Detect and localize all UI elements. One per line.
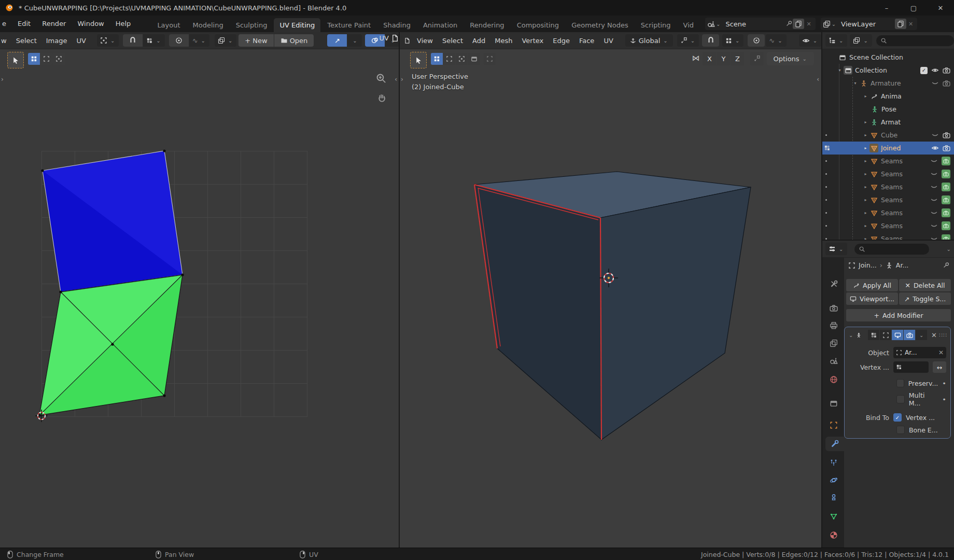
show-on-cage-toggle[interactable]: [868, 330, 879, 340]
uv-canvas[interactable]: [0, 32, 399, 548]
select-mode-face[interactable]: [456, 53, 468, 65]
snap-settings-dropdown[interactable]: ⌄: [722, 34, 743, 47]
collapse-icon[interactable]: ⌄: [848, 332, 854, 338]
unlink-scene-icon[interactable]: ✕: [804, 21, 813, 27]
expand-icon[interactable]: ▸: [862, 94, 869, 99]
tab-particles[interactable]: [824, 455, 843, 470]
editor-type-icon[interactable]: [404, 37, 410, 45]
eye-closed-icon[interactable]: [930, 196, 938, 204]
tweak-tool-button[interactable]: [7, 52, 24, 68]
outliner[interactable]: ⌄ ⌄ Scene Collection ▾ Collection: [822, 32, 954, 240]
eye-icon[interactable]: [931, 144, 939, 152]
camera-icon[interactable]: [943, 131, 950, 139]
breadcrumb-data[interactable]: Ar...: [896, 261, 908, 269]
eye-closed-icon[interactable]: [931, 79, 939, 87]
tab-geometry-nodes[interactable]: Geometry Nodes: [566, 18, 634, 32]
expand-icon[interactable]: ▸: [862, 133, 869, 137]
expand-icon[interactable]: ▸: [862, 146, 869, 150]
minimize-button[interactable]: –: [873, 0, 900, 16]
expand-icon[interactable]: ▸: [862, 120, 869, 124]
filter-dropdown-icon[interactable]: ⌄: [946, 246, 954, 252]
viewlayer-selector[interactable]: ⌄ ViewLayer ✕: [821, 18, 918, 30]
apply-all-button[interactable]: Apply All: [846, 279, 898, 291]
eye-icon[interactable]: [931, 66, 939, 74]
outliner-row-collection[interactable]: ▾ Collection ✓: [822, 64, 954, 77]
vp-menu-view[interactable]: View: [412, 37, 438, 45]
collapse-icon[interactable]: ▾: [851, 81, 859, 86]
tab-scripting[interactable]: Scripting: [635, 18, 677, 32]
modifier-object-field[interactable]: Ar... ✕: [893, 347, 946, 358]
tab-object[interactable]: [824, 418, 843, 432]
browse-image-dropdown[interactable]: ⌄: [215, 34, 236, 47]
mirror-x-button[interactable]: X: [703, 52, 716, 65]
menu-file-partial[interactable]: e: [0, 16, 12, 32]
collection-checkbox[interactable]: ✓: [920, 67, 928, 74]
proportional-editing-toggle[interactable]: [748, 34, 765, 47]
mirror-y-button[interactable]: Y: [717, 52, 730, 65]
uv-editor[interactable]: w Select Image UV ⌄ ⌄ ∿ ⌄: [0, 32, 399, 548]
pin-icon[interactable]: [943, 262, 950, 269]
menu-help[interactable]: Help: [110, 16, 137, 32]
outliner-row-seams[interactable]: ▸ Seams: [822, 193, 954, 206]
eye-closed-icon[interactable]: [930, 235, 938, 240]
uv-select-mode-vertex[interactable]: [28, 53, 40, 65]
uv-menu-uv[interactable]: UV: [72, 37, 90, 45]
vp-menu-uv[interactable]: UV: [599, 37, 618, 45]
expand-icon[interactable]: ▸: [862, 198, 869, 202]
camera-icon[interactable]: [943, 144, 950, 152]
animate-dot-icon[interactable]: •: [942, 380, 946, 387]
gizmos-dropdown[interactable]: ⌄: [347, 34, 362, 47]
expand-icon[interactable]: ▸: [862, 211, 869, 215]
tab-scene[interactable]: [824, 354, 843, 368]
outliner-row-seams[interactable]: ▸ Seams: [822, 180, 954, 193]
render-exclude-badge[interactable]: [942, 157, 950, 165]
uv-select-mode-face[interactable]: [53, 53, 65, 65]
tab-output[interactable]: [824, 318, 843, 333]
snap-target-dropdown[interactable]: ⌄: [677, 34, 699, 47]
bind-bone-envelopes-checkbox[interactable]: [896, 426, 905, 434]
tweak-tool-button[interactable]: [410, 52, 427, 68]
outliner-row-armature-data[interactable]: ▸ Armat: [822, 116, 954, 129]
tab-collection[interactable]: [824, 396, 843, 411]
cube-face-right[interactable]: [600, 187, 751, 440]
uv-mode-badge[interactable]: UV: [380, 34, 389, 42]
outliner-row-seams[interactable]: ▸ Seams: [822, 155, 954, 167]
tab-material[interactable]: [824, 528, 843, 542]
viewport-3d[interactable]: View Select Add Mesh Vertex Edge Face UV…: [400, 32, 821, 548]
viewport-display-button[interactable]: Viewport...: [846, 292, 898, 305]
tab-rendering[interactable]: Rendering: [464, 18, 510, 32]
vp-menu-edge[interactable]: Edge: [548, 37, 574, 45]
proportional-editing-toggle[interactable]: [169, 34, 189, 47]
outliner-row-seams-clipped[interactable]: ▸ Seams: [822, 232, 954, 240]
eye-closed-icon[interactable]: [930, 183, 938, 191]
region-split-left-icon[interactable]: ‹: [395, 76, 397, 83]
vp-menu-select[interactable]: Select: [438, 37, 468, 45]
menu-render[interactable]: Render: [36, 16, 72, 32]
maximize-button[interactable]: ▢: [900, 0, 927, 16]
outliner-row-scene-collection[interactable]: Scene Collection: [822, 51, 954, 64]
falloff-dropdown[interactable]: ∿ ⌄: [189, 34, 209, 47]
new-image-button[interactable]: + New: [238, 34, 273, 47]
tab-uv-editing[interactable]: UV Editing: [274, 18, 320, 32]
region-split-right-icon[interactable]: ›: [401, 76, 403, 83]
show-in-viewport-toggle[interactable]: [892, 330, 903, 340]
sidebar-expand-icon[interactable]: ‹: [817, 76, 819, 83]
tab-animation[interactable]: Animation: [417, 18, 463, 32]
tab-world[interactable]: [824, 372, 843, 387]
extras-dropdown[interactable]: ⌄: [916, 330, 927, 340]
uv-menu-image[interactable]: Image: [41, 37, 72, 45]
transform-orientation-dropdown[interactable]: Global ⌄: [625, 34, 673, 47]
eye-closed-icon[interactable]: [930, 222, 938, 230]
expand-icon[interactable]: ▸: [862, 223, 869, 228]
outliner-row-armature[interactable]: ▾ Armature: [822, 77, 954, 90]
outliner-row-seams[interactable]: ▸ Seams: [822, 206, 954, 219]
camera-icon[interactable]: [943, 66, 950, 74]
tab-video-editing-clipped[interactable]: Vid: [678, 18, 699, 32]
select-mode-island[interactable]: [484, 53, 496, 65]
outliner-row-joined-cube[interactable]: ▸ Joined: [822, 142, 954, 155]
options-dropdown[interactable]: Options ⌄: [767, 52, 814, 65]
eye-closed-icon[interactable]: [930, 157, 938, 165]
vp-menu-add[interactable]: Add: [468, 37, 490, 45]
tab-constraints[interactable]: [824, 491, 843, 505]
vp-menu-vertex[interactable]: Vertex: [517, 37, 548, 45]
